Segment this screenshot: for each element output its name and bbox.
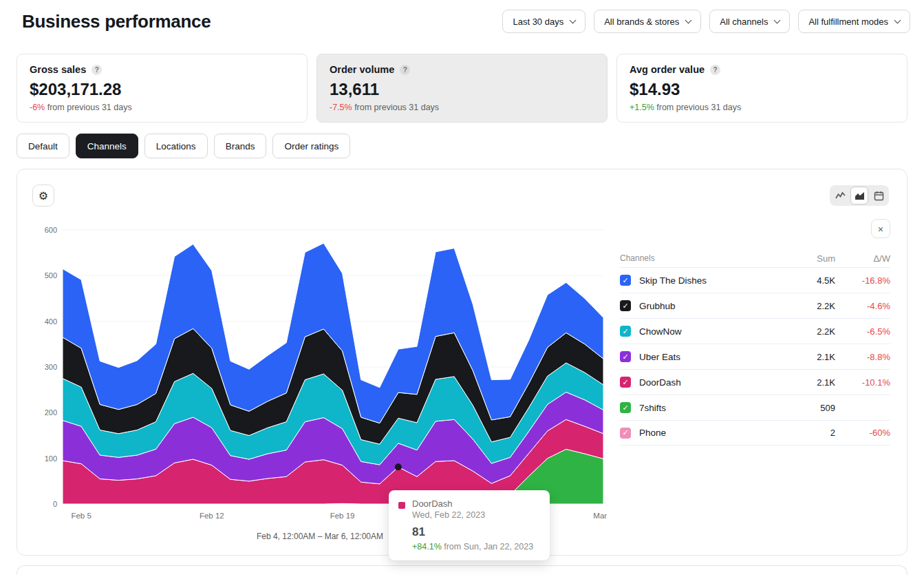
line-chart-toggle-button[interactable]	[831, 187, 849, 204]
legend-table-header: Channels Sum Δ/W	[620, 249, 890, 267]
svg-text:Mar 5: Mar 5	[593, 512, 609, 520]
channel-sum: 2.2K	[794, 326, 835, 337]
collapse-panel-button[interactable]: ›‹	[871, 219, 890, 238]
stacked-area-icon	[855, 191, 865, 201]
svg-text:0: 0	[53, 500, 57, 508]
tooltip-series-name: DoorDash	[412, 498, 539, 509]
tooltip-date: Wed, Feb 22, 2023	[412, 510, 539, 520]
channel-name: Grubhub	[639, 301, 794, 311]
legend-row-doordash[interactable]: ✓ DoorDash 2.1K -10.1%	[620, 369, 890, 395]
legend-row-uber-eats[interactable]: ✓ Uber Eats 2.1K -8.8%	[620, 344, 890, 369]
svg-text:200: 200	[45, 408, 57, 417]
channel-delta: -16.8%	[835, 275, 890, 286]
kpi-card-order-volume[interactable]: Order volume ? 13,611 -7.5% from previou…	[316, 54, 608, 123]
check-icon: ✓	[622, 404, 628, 412]
tooltip-delta-percent: +84.1%	[412, 542, 442, 552]
kpi-card-avg-order-value[interactable]: Avg order value ? $14.93 +1.5% from prev…	[616, 54, 907, 123]
legend-row-chownow[interactable]: ✓ ChowNow 2.2K -6.5%	[620, 318, 890, 344]
channel-sum: 4.5K	[794, 275, 835, 286]
check-icon: ✓	[622, 277, 628, 284]
kpi-delta-percent: -6%	[30, 103, 45, 112]
kpi-delta-note: from previous 31 days	[656, 103, 741, 112]
chart-card-toolbar: ⚙	[17, 169, 907, 207]
legend-column-delta: Δ/W	[835, 253, 890, 264]
legend-row-7shifts[interactable]: ✓ 7shifts 509	[620, 395, 890, 420]
tab-locations[interactable]: Locations	[144, 134, 208, 158]
channel-sum: 2.2K	[794, 301, 835, 311]
kpi-delta: -6% from previous 31 days	[30, 103, 294, 112]
check-icon: ✓	[622, 328, 628, 335]
channel-name: Skip The Dishes	[639, 275, 794, 286]
tab-channels[interactable]: Channels	[76, 134, 138, 158]
tab-order-ratings[interactable]: Order ratings	[272, 134, 350, 158]
tab-brands[interactable]: Brands	[214, 134, 267, 158]
tooltip-series-swatch	[398, 502, 405, 509]
kpi-delta-percent: -7.5%	[330, 103, 352, 112]
chevron-down-icon	[685, 17, 692, 23]
channel-checkbox[interactable]: ✓	[620, 275, 631, 286]
next-card-top-edge	[17, 565, 907, 575]
channel-delta: -60%	[835, 428, 890, 438]
channel-checkbox[interactable]: ✓	[620, 326, 631, 337]
legend-panel: ›‹ Channels Sum Δ/W ✓ Skip The Dishes 4.…	[620, 216, 890, 541]
filter-bar: Last 30 days All brands & stores All cha…	[502, 10, 910, 33]
channel-checkbox[interactable]: ✓	[620, 351, 631, 362]
legend-column-sum: Sum	[794, 253, 835, 264]
help-icon[interactable]: ?	[92, 65, 102, 75]
channel-checkbox[interactable]: ✓	[620, 428, 631, 439]
channel-name: ChowNow	[639, 326, 794, 337]
help-icon[interactable]: ?	[400, 65, 410, 75]
calendar-icon	[874, 191, 884, 201]
line-chart-icon	[835, 191, 846, 201]
order-volume-chart-card: ⚙ 0100200300400500600Feb 5Feb 12Feb 19Fe…	[17, 169, 907, 556]
channel-checkbox[interactable]: ✓	[620, 300, 631, 311]
channel-checkbox[interactable]: ✓	[620, 377, 631, 388]
chart-type-toggle-group	[830, 185, 889, 206]
chart-settings-button[interactable]: ⚙	[32, 185, 54, 207]
tab-default[interactable]: Default	[17, 134, 69, 158]
fulfillment-modes-filter[interactable]: All fulfillment modes	[798, 10, 910, 33]
legend-row-skip-the-dishes[interactable]: ✓ Skip The Dishes 4.5K -16.8%	[620, 267, 890, 293]
chart-tooltip: DoorDash Wed, Feb 22, 2023 81 +84.1% fro…	[389, 490, 550, 560]
chart-card-body: 0100200300400500600Feb 5Feb 12Feb 19Feb …	[17, 207, 907, 541]
check-icon: ✓	[622, 379, 628, 386]
kpi-card-gross-sales[interactable]: Gross sales ? $203,171.28 -6% from previ…	[17, 54, 308, 123]
channel-delta: -4.6%	[835, 301, 890, 311]
legend-row-grubhub[interactable]: ✓ Grubhub 2.2K -4.6%	[620, 293, 890, 318]
channel-sum: 2.1K	[794, 352, 835, 362]
channel-name: Uber Eats	[639, 352, 794, 362]
gear-icon: ⚙	[39, 189, 48, 202]
help-icon[interactable]: ?	[710, 65, 720, 75]
svg-text:400: 400	[45, 317, 57, 326]
svg-text:600: 600	[45, 226, 57, 234]
chevron-down-icon	[774, 17, 781, 23]
date-range-filter-label: Last 30 days	[513, 17, 563, 27]
channel-delta: -8.8%	[835, 352, 890, 362]
kpi-delta-percent: +1.5%	[630, 103, 654, 112]
legend-row-phone[interactable]: ✓ Phone 2 -60%	[620, 420, 890, 445]
svg-text:300: 300	[45, 363, 57, 371]
tooltip-value: 81	[412, 525, 539, 539]
channels-filter[interactable]: All channels	[709, 10, 790, 33]
check-icon: ✓	[622, 353, 628, 361]
svg-text:Feb 5: Feb 5	[71, 512, 91, 520]
channel-name: DoorDash	[639, 377, 794, 388]
check-icon: ✓	[622, 429, 628, 437]
channel-sum: 2.1K	[794, 377, 835, 388]
kpi-value: 13,611	[330, 80, 594, 99]
view-tabs: Default Channels Locations Brands Order …	[17, 134, 907, 158]
kpi-label: Avg order value	[630, 64, 705, 75]
kpi-delta: +1.5% from previous 31 days	[630, 103, 894, 112]
channel-delta: -10.1%	[835, 377, 890, 388]
stacked-area-toggle-button[interactable]	[850, 187, 868, 204]
stacked-area-chart[interactable]: 0100200300400500600Feb 5Feb 12Feb 19Feb …	[31, 216, 609, 525]
channel-name: 7shifts	[639, 403, 794, 413]
brands-stores-filter[interactable]: All brands & stores	[594, 10, 701, 33]
svg-text:Feb 19: Feb 19	[330, 512, 355, 520]
calendar-toggle-button[interactable]	[870, 187, 888, 204]
svg-text:100: 100	[45, 454, 57, 463]
chevron-down-icon	[570, 17, 577, 23]
svg-text:Feb 12: Feb 12	[200, 512, 224, 520]
channel-checkbox[interactable]: ✓	[620, 402, 631, 413]
date-range-filter[interactable]: Last 30 days	[502, 10, 585, 33]
